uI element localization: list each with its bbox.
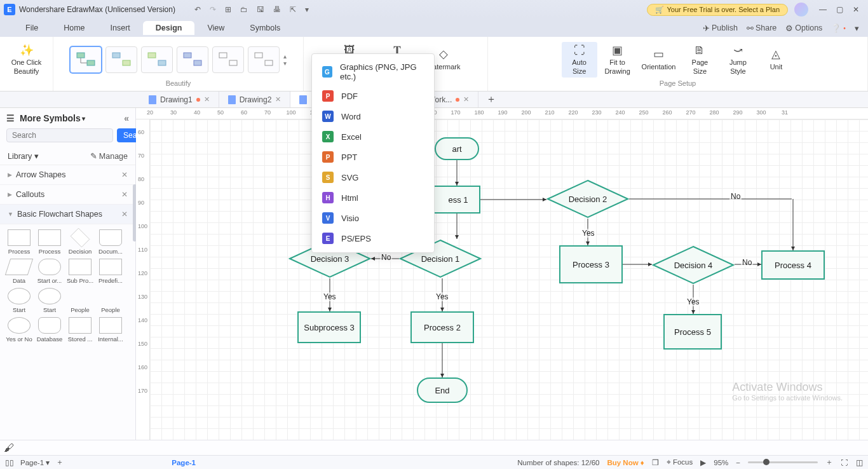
style-preset-6[interactable] [248, 46, 280, 73]
palette-shape[interactable]: People [65, 288, 95, 313]
shape-end[interactable]: End [417, 377, 468, 403]
palette-shape[interactable]: Internal... [95, 317, 126, 343]
export-menu-item[interactable]: HHtml [312, 187, 434, 208]
style-preset-1[interactable] [70, 46, 102, 73]
close-icon[interactable]: ✕ [275, 95, 281, 104]
undo-icon[interactable]: ↶ [194, 5, 201, 14]
shape-subprocess-3[interactable]: Subprocess 3 [297, 311, 361, 343]
menu-symbols[interactable]: Symbols [237, 21, 293, 35]
page-size-button[interactable]: 🗎Page Size [682, 42, 717, 78]
style-gallery-spinner[interactable]: ▴▾ [283, 53, 287, 67]
palette-shape[interactable]: People [95, 288, 126, 313]
ribbon-collapse-icon[interactable]: ▾ [855, 24, 859, 33]
document-tab[interactable]: Drawing2✕ [219, 92, 291, 107]
print-icon[interactable]: 🖶 [273, 5, 281, 14]
menu-home[interactable]: Home [51, 21, 97, 35]
new-icon[interactable]: ⊞ [225, 5, 231, 14]
palette-shape[interactable]: Process [4, 229, 34, 255]
menu-design[interactable]: Design [143, 21, 195, 35]
export-icon[interactable]: ⇱ [290, 5, 296, 14]
category-arrow-shapes[interactable]: ▶Arrow Shapes✕ [0, 165, 135, 185]
menu-file[interactable]: File [13, 21, 51, 35]
jump-style-button[interactable]: ⤻Jump Style [720, 42, 756, 78]
style-preset-3[interactable] [141, 46, 173, 73]
help-icon[interactable]: ❔• [831, 24, 846, 33]
close-icon[interactable]: ✕ [121, 210, 128, 219]
trial-banner[interactable]: 🛒 Your Free Trial is over. Select a Plan [647, 4, 788, 16]
zoom-in-button[interactable]: ＋ [825, 458, 833, 467]
canvas[interactable]: art ess 1 Decision 1 Decision 3 Decision… [150, 119, 868, 440]
palette-shape[interactable]: Decision [65, 229, 95, 255]
menu-view[interactable]: View [194, 21, 237, 35]
export-menu-item[interactable]: SSVG [312, 167, 434, 187]
export-menu-item[interactable]: VVisio [312, 208, 434, 228]
export-menu-item[interactable]: PPDF [312, 86, 434, 106]
shape-decision-4[interactable]: Decision 4 [652, 245, 735, 285]
style-preset-2[interactable] [105, 46, 137, 73]
share-button[interactable]: ⚯ Share [747, 24, 776, 33]
page-selector[interactable]: Page-1 ▾ [20, 458, 50, 467]
export-menu-item[interactable]: WWord [312, 106, 434, 126]
palette-shape[interactable]: Process [34, 229, 65, 255]
panel-toggle-icon[interactable]: ◫ [856, 458, 863, 467]
layers-icon[interactable]: ❒ [652, 458, 659, 467]
palette-shape[interactable]: Predefi... [95, 259, 126, 284]
minimize-button[interactable]: — [815, 5, 831, 14]
export-menu-item[interactable]: PPPT [312, 147, 434, 167]
style-preset-5[interactable] [212, 46, 244, 73]
palette-shape[interactable]: Stored ... [65, 317, 95, 343]
unit-button[interactable]: ◬Unit [758, 46, 794, 72]
shape-decision-2[interactable]: Decision 2 [546, 179, 629, 219]
close-button[interactable]: ✕ [848, 5, 864, 14]
redo-icon[interactable]: ↷ [210, 5, 216, 14]
palette-shape[interactable]: Database [34, 317, 65, 343]
add-page-button[interactable]: ＋ [56, 458, 64, 467]
zoom-level[interactable]: 95% [714, 459, 728, 466]
symbol-search-input[interactable] [6, 128, 113, 142]
fill-tool-icon[interactable]: 🖌 [4, 442, 14, 454]
palette-shape[interactable]: Start or... [34, 259, 65, 284]
page-label[interactable]: Page-1 [172, 459, 196, 466]
focus-toggle[interactable]: ⌖ Focus [667, 458, 693, 466]
palette-shape[interactable]: Start [4, 288, 34, 313]
page-view-icon[interactable]: ▯▯ [5, 458, 14, 467]
close-icon[interactable]: ✕ [463, 95, 469, 104]
category-basic-flowchart[interactable]: ▼Basic Flowchart Shapes✕ [0, 205, 135, 224]
menu-insert[interactable]: Insert [98, 21, 143, 35]
palette-shape[interactable]: Docum... [95, 229, 126, 255]
open-icon[interactable]: 🗀 [240, 5, 248, 14]
export-menu-item[interactable]: XExcel [312, 126, 434, 147]
add-tab-button[interactable]: ＋ [478, 92, 504, 107]
palette-shape[interactable]: Yes or No [4, 317, 34, 343]
shape-process-5[interactable]: Process 5 [663, 314, 722, 350]
buy-now-link[interactable]: Buy Now ♦ [607, 459, 644, 466]
maximize-button[interactable]: ▢ [831, 5, 848, 14]
close-icon[interactable]: ✕ [204, 95, 210, 104]
palette-shape[interactable]: Sub Pro... [65, 259, 95, 284]
manage-library-button[interactable]: ✎ Manage [90, 151, 128, 161]
library-dropdown[interactable]: Library ▾ [8, 151, 39, 161]
options-button[interactable]: ⚙ Options [785, 24, 822, 33]
palette-shape[interactable]: Start [34, 288, 65, 313]
shape-process-3[interactable]: Process 3 [559, 245, 623, 283]
export-menu-item[interactable]: GGraphics (PNG, JPG etc.) [312, 58, 434, 86]
close-icon[interactable]: ✕ [121, 170, 128, 179]
qat-more-icon[interactable]: ▾ [305, 5, 309, 14]
presentation-icon[interactable]: ▶ [700, 458, 706, 467]
fit-to-drawing-button[interactable]: ▣Fit to Drawing [600, 42, 635, 78]
more-symbols-header[interactable]: ☰ More Symbols▾ « [0, 108, 135, 128]
fit-page-icon[interactable]: ⛶ [841, 459, 848, 466]
one-click-beautify-button[interactable]: ✨ One Click Beautify [8, 42, 46, 78]
document-tab[interactable]: Drawing1✕ [140, 92, 219, 107]
shape-start[interactable]: art [435, 137, 479, 160]
zoom-slider[interactable] [748, 461, 818, 463]
palette-shape[interactable]: Data [4, 259, 34, 284]
shape-process-2[interactable]: Process 2 [410, 311, 474, 343]
shape-process-4[interactable]: Process 4 [761, 250, 825, 280]
style-preset-4[interactable] [177, 46, 208, 73]
zoom-out-button[interactable]: − [736, 459, 740, 466]
export-menu-item[interactable]: EPS/EPS [312, 228, 434, 248]
avatar[interactable] [794, 3, 808, 17]
orientation-button[interactable]: ▭Orientation [638, 46, 680, 72]
auto-size-button[interactable]: ⛶Auto Size [562, 42, 597, 78]
